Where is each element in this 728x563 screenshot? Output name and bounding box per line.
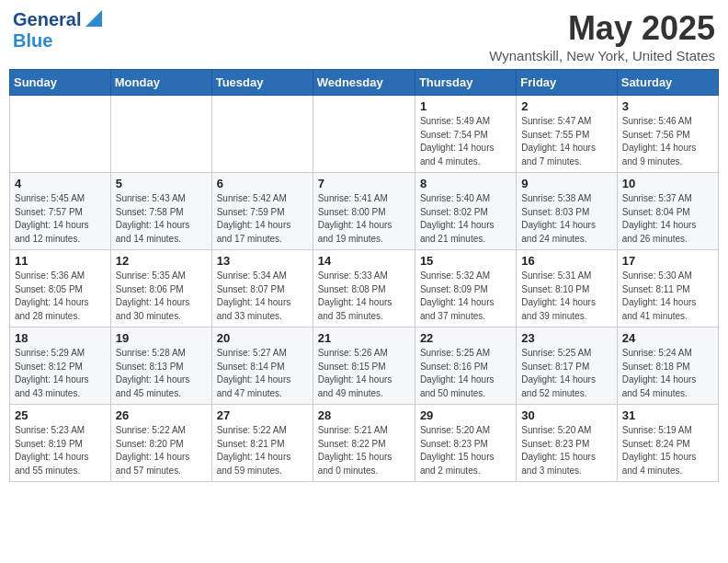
day-number: 21 bbox=[318, 331, 410, 345]
day-info: Sunrise: 5:33 AMSunset: 8:08 PMDaylight:… bbox=[318, 270, 410, 323]
day-info: Sunrise: 5:24 AMSunset: 8:18 PMDaylight:… bbox=[622, 347, 713, 400]
day-number: 2 bbox=[521, 99, 611, 113]
day-info: Sunrise: 5:19 AMSunset: 8:24 PMDaylight:… bbox=[622, 424, 713, 477]
day-number: 14 bbox=[318, 254, 410, 268]
calendar-header-row: Sunday Monday Tuesday Wednesday Thursday… bbox=[10, 70, 719, 96]
day-info: Sunrise: 5:46 AMSunset: 7:56 PMDaylight:… bbox=[622, 115, 713, 168]
page-header: General Blue May 2025 Wynantskill, New Y… bbox=[9, 9, 719, 63]
day-info: Sunrise: 5:22 AMSunset: 8:21 PMDaylight:… bbox=[217, 424, 308, 477]
day-info: Sunrise: 5:32 AMSunset: 8:09 PMDaylight:… bbox=[420, 270, 511, 323]
location: Wynantskill, New York, United States bbox=[489, 48, 715, 63]
calendar-cell: 16Sunrise: 5:31 AMSunset: 8:10 PMDayligh… bbox=[517, 250, 617, 327]
day-info: Sunrise: 5:36 AMSunset: 8:05 PMDaylight:… bbox=[15, 270, 106, 323]
calendar-cell: 10Sunrise: 5:37 AMSunset: 8:04 PMDayligh… bbox=[617, 173, 718, 250]
day-info: Sunrise: 5:37 AMSunset: 8:04 PMDaylight:… bbox=[622, 192, 713, 246]
day-info: Sunrise: 5:22 AMSunset: 8:20 PMDaylight:… bbox=[116, 424, 207, 477]
day-number: 19 bbox=[116, 331, 207, 345]
col-tuesday: Tuesday bbox=[211, 70, 313, 96]
calendar-cell: 8Sunrise: 5:40 AMSunset: 8:02 PMDaylight… bbox=[415, 173, 516, 250]
calendar-cell: 1Sunrise: 5:49 AMSunset: 7:54 PMDaylight… bbox=[415, 96, 516, 173]
calendar-cell: 2Sunrise: 5:47 AMSunset: 7:55 PMDaylight… bbox=[517, 96, 617, 173]
calendar-cell: 19Sunrise: 5:28 AMSunset: 8:13 PMDayligh… bbox=[110, 327, 211, 405]
day-number: 30 bbox=[521, 408, 611, 422]
day-number: 25 bbox=[15, 408, 106, 422]
col-sunday: Sunday bbox=[10, 70, 111, 96]
calendar-cell: 15Sunrise: 5:32 AMSunset: 8:09 PMDayligh… bbox=[415, 250, 516, 327]
calendar-cell bbox=[211, 96, 313, 173]
day-info: Sunrise: 5:30 AMSunset: 8:11 PMDaylight:… bbox=[622, 270, 713, 323]
day-number: 10 bbox=[622, 177, 713, 190]
calendar-cell: 31Sunrise: 5:19 AMSunset: 8:24 PMDayligh… bbox=[617, 405, 718, 482]
day-number: 28 bbox=[318, 408, 410, 422]
day-info: Sunrise: 5:25 AMSunset: 8:16 PMDaylight:… bbox=[420, 347, 511, 400]
calendar-table: Sunday Monday Tuesday Wednesday Thursday… bbox=[9, 69, 719, 482]
title-section: May 2025 Wynantskill, New York, United S… bbox=[489, 9, 715, 63]
calendar-cell: 26Sunrise: 5:22 AMSunset: 8:20 PMDayligh… bbox=[110, 405, 211, 482]
day-info: Sunrise: 5:47 AMSunset: 7:55 PMDaylight:… bbox=[521, 115, 611, 168]
col-monday: Monday bbox=[110, 70, 211, 96]
calendar-cell: 20Sunrise: 5:27 AMSunset: 8:14 PMDayligh… bbox=[211, 327, 313, 405]
calendar-cell: 21Sunrise: 5:26 AMSunset: 8:15 PMDayligh… bbox=[313, 327, 415, 405]
day-number: 29 bbox=[420, 408, 511, 422]
day-info: Sunrise: 5:28 AMSunset: 8:13 PMDaylight:… bbox=[116, 347, 207, 400]
calendar-cell bbox=[10, 96, 111, 173]
day-info: Sunrise: 5:35 AMSunset: 8:06 PMDaylight:… bbox=[116, 270, 207, 323]
day-info: Sunrise: 5:20 AMSunset: 8:23 PMDaylight:… bbox=[521, 424, 611, 477]
day-number: 4 bbox=[15, 177, 106, 190]
day-info: Sunrise: 5:21 AMSunset: 8:22 PMDaylight:… bbox=[318, 424, 410, 477]
day-number: 13 bbox=[217, 254, 308, 268]
calendar-cell: 6Sunrise: 5:42 AMSunset: 7:59 PMDaylight… bbox=[211, 173, 313, 250]
day-number: 15 bbox=[420, 254, 511, 268]
day-info: Sunrise: 5:40 AMSunset: 8:02 PMDaylight:… bbox=[420, 192, 511, 246]
calendar-cell bbox=[110, 96, 211, 173]
day-number: 23 bbox=[521, 331, 611, 345]
calendar-cell: 11Sunrise: 5:36 AMSunset: 8:05 PMDayligh… bbox=[10, 250, 111, 327]
calendar-cell: 29Sunrise: 5:20 AMSunset: 8:23 PMDayligh… bbox=[415, 405, 516, 482]
day-number: 11 bbox=[15, 254, 106, 268]
day-number: 26 bbox=[116, 408, 207, 422]
month-title: May 2025 bbox=[489, 9, 715, 48]
day-number: 1 bbox=[420, 99, 511, 113]
day-info: Sunrise: 5:45 AMSunset: 7:57 PMDaylight:… bbox=[15, 192, 106, 246]
day-number: 5 bbox=[116, 177, 207, 190]
calendar-cell: 17Sunrise: 5:30 AMSunset: 8:11 PMDayligh… bbox=[617, 250, 718, 327]
calendar-cell: 7Sunrise: 5:41 AMSunset: 8:00 PMDaylight… bbox=[313, 173, 415, 250]
logo-blue: Blue bbox=[13, 30, 102, 52]
calendar-week-5: 25Sunrise: 5:23 AMSunset: 8:19 PMDayligh… bbox=[10, 405, 719, 482]
col-thursday: Thursday bbox=[415, 70, 516, 96]
calendar-cell: 30Sunrise: 5:20 AMSunset: 8:23 PMDayligh… bbox=[517, 405, 617, 482]
calendar-cell: 28Sunrise: 5:21 AMSunset: 8:22 PMDayligh… bbox=[313, 405, 415, 482]
calendar-cell bbox=[313, 96, 415, 173]
calendar-cell: 25Sunrise: 5:23 AMSunset: 8:19 PMDayligh… bbox=[10, 405, 111, 482]
logo: General Blue bbox=[13, 9, 102, 52]
calendar-cell: 23Sunrise: 5:25 AMSunset: 8:17 PMDayligh… bbox=[517, 327, 617, 405]
calendar-week-4: 18Sunrise: 5:29 AMSunset: 8:12 PMDayligh… bbox=[10, 327, 719, 405]
day-info: Sunrise: 5:38 AMSunset: 8:03 PMDaylight:… bbox=[521, 192, 611, 246]
calendar-cell: 27Sunrise: 5:22 AMSunset: 8:21 PMDayligh… bbox=[211, 405, 313, 482]
day-number: 8 bbox=[420, 177, 511, 190]
day-info: Sunrise: 5:26 AMSunset: 8:15 PMDaylight:… bbox=[318, 347, 410, 400]
calendar-cell: 3Sunrise: 5:46 AMSunset: 7:56 PMDaylight… bbox=[617, 96, 718, 173]
col-wednesday: Wednesday bbox=[313, 70, 415, 96]
calendar-cell: 22Sunrise: 5:25 AMSunset: 8:16 PMDayligh… bbox=[415, 327, 516, 405]
day-info: Sunrise: 5:25 AMSunset: 8:17 PMDaylight:… bbox=[521, 347, 611, 400]
calendar-week-1: 1Sunrise: 5:49 AMSunset: 7:54 PMDaylight… bbox=[10, 96, 719, 173]
calendar-cell: 24Sunrise: 5:24 AMSunset: 8:18 PMDayligh… bbox=[617, 327, 718, 405]
logo-general: General bbox=[13, 9, 81, 30]
day-info: Sunrise: 5:29 AMSunset: 8:12 PMDaylight:… bbox=[15, 347, 106, 400]
day-number: 24 bbox=[622, 331, 713, 345]
day-info: Sunrise: 5:42 AMSunset: 7:59 PMDaylight:… bbox=[217, 192, 308, 246]
day-number: 9 bbox=[521, 177, 611, 190]
calendar-cell: 12Sunrise: 5:35 AMSunset: 8:06 PMDayligh… bbox=[110, 250, 211, 327]
calendar-cell: 9Sunrise: 5:38 AMSunset: 8:03 PMDaylight… bbox=[517, 173, 617, 250]
day-info: Sunrise: 5:20 AMSunset: 8:23 PMDaylight:… bbox=[420, 424, 511, 477]
day-number: 16 bbox=[521, 254, 611, 268]
calendar-cell: 18Sunrise: 5:29 AMSunset: 8:12 PMDayligh… bbox=[10, 327, 111, 405]
day-number: 27 bbox=[217, 408, 308, 422]
day-info: Sunrise: 5:27 AMSunset: 8:14 PMDaylight:… bbox=[217, 347, 308, 400]
day-number: 31 bbox=[622, 408, 713, 422]
calendar-week-2: 4Sunrise: 5:45 AMSunset: 7:57 PMDaylight… bbox=[10, 173, 719, 250]
calendar-week-3: 11Sunrise: 5:36 AMSunset: 8:05 PMDayligh… bbox=[10, 250, 719, 327]
day-info: Sunrise: 5:49 AMSunset: 7:54 PMDaylight:… bbox=[420, 115, 511, 168]
day-number: 20 bbox=[217, 331, 308, 345]
